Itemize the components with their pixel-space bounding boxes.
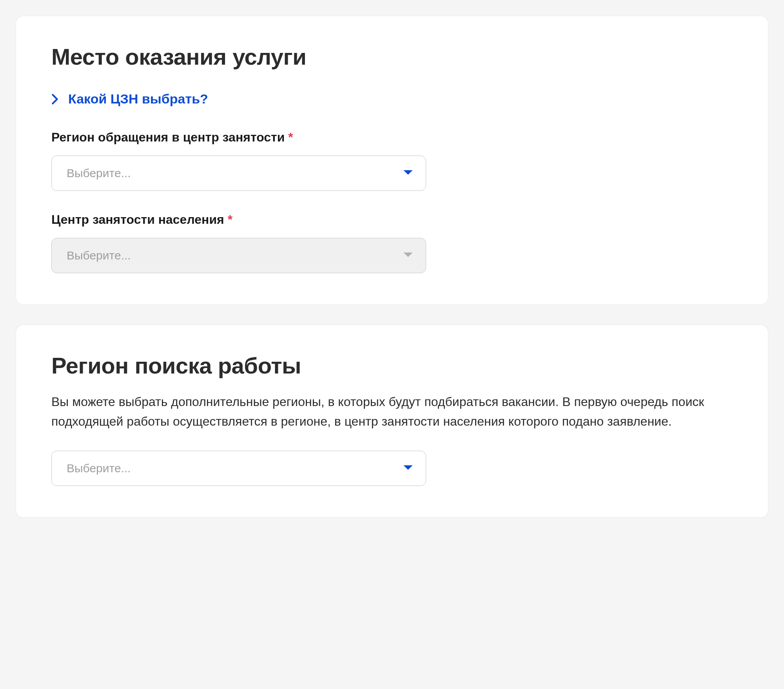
region-field-group: Регион обращения в центр занятости * Выб… xyxy=(51,130,733,191)
section-description: Вы можете выбрать дополнительные регионы… xyxy=(51,392,733,431)
search-region-field-group: Выберите... xyxy=(51,451,733,486)
select-placeholder: Выберите... xyxy=(67,167,131,180)
select-placeholder: Выберите... xyxy=(67,462,131,475)
hint-link-text: Какой ЦЗН выбрать? xyxy=(68,91,208,107)
search-region-card: Регион поиска работы Вы можете выбрать д… xyxy=(16,325,768,518)
region-select[interactable]: Выберите... xyxy=(51,156,426,191)
chevron-right-icon xyxy=(51,94,58,105)
select-placeholder: Выберите... xyxy=(67,249,131,262)
section-title: Место оказания услуги xyxy=(51,44,733,70)
search-region-select-wrapper: Выберите... xyxy=(51,451,426,486)
search-region-select[interactable]: Выберите... xyxy=(51,451,426,486)
required-mark: * xyxy=(228,212,232,227)
service-location-card: Место оказания услуги Какой ЦЗН выбрать?… xyxy=(16,16,768,305)
section-title: Регион поиска работы xyxy=(51,352,733,379)
hint-expand-toggle[interactable]: Какой ЦЗН выбрать? xyxy=(51,91,733,107)
center-select-wrapper: Выберите... xyxy=(51,238,426,273)
region-select-wrapper: Выберите... xyxy=(51,156,426,191)
center-field-group: Центр занятости населения * Выберите... xyxy=(51,212,733,273)
center-label: Центр занятости населения * xyxy=(51,212,733,227)
region-label: Регион обращения в центр занятости * xyxy=(51,130,733,145)
center-select[interactable]: Выберите... xyxy=(51,238,426,273)
required-mark: * xyxy=(288,130,293,144)
